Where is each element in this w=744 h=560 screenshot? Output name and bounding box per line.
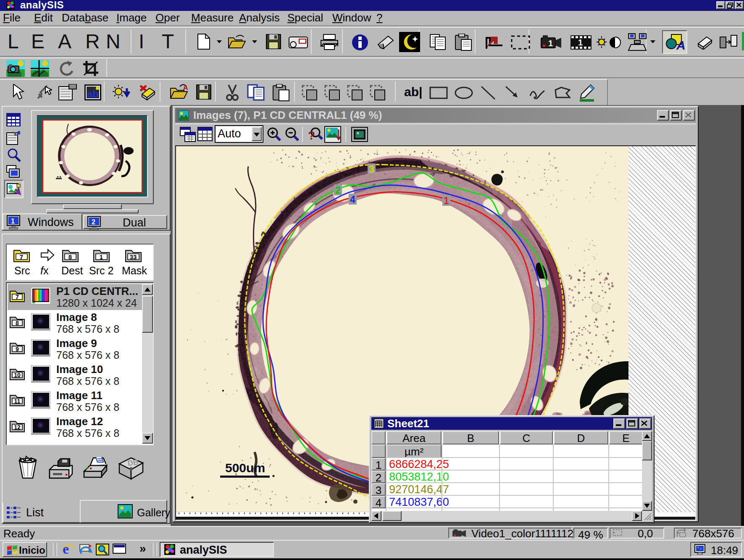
svg-text:e: e <box>63 542 69 556</box>
svg-text:12: 12 <box>14 424 21 431</box>
svg-text:9: 9 <box>16 346 19 352</box>
svg-text:ab: ab <box>87 88 99 100</box>
svg-text:?: ? <box>308 129 315 142</box>
svg-text:2: 2 <box>92 218 95 226</box>
svg-text:3: 3 <box>369 164 374 175</box>
svg-text:2: 2 <box>335 185 341 196</box>
svg-text:1: 1 <box>578 38 583 47</box>
svg-text:A: A <box>183 84 188 91</box>
svg-text:1: 1 <box>11 218 15 225</box>
svg-text:8: 8 <box>68 253 72 260</box>
svg-text:4: 4 <box>350 194 355 205</box>
svg-text:500um: 500um <box>225 461 265 475</box>
svg-text:1: 1 <box>548 39 553 48</box>
svg-text:1: 1 <box>100 253 103 260</box>
svg-text:7: 7 <box>20 253 23 260</box>
svg-text:10: 10 <box>14 372 21 379</box>
svg-text:A: A <box>676 38 686 50</box>
svg-text:11: 11 <box>14 398 21 405</box>
svg-text:33: 33 <box>130 253 137 260</box>
svg-text:1: 1 <box>444 195 449 206</box>
svg-text:7: 7 <box>16 294 19 300</box>
svg-text:DB: DB <box>127 458 139 468</box>
svg-text:8: 8 <box>16 320 19 326</box>
